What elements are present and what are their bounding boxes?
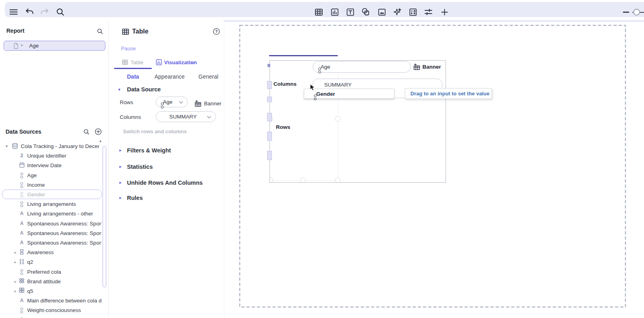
filter-controls-button[interactable] [424, 7, 433, 17]
add-data-source-button[interactable] [95, 128, 102, 135]
date-variable-icon [18, 162, 25, 168]
table-row-sliver [267, 97, 272, 102]
chevron-right-icon[interactable]: ▸ [14, 259, 16, 265]
tab-general[interactable]: General [198, 73, 218, 80]
tree-item-spontaneous-awareness-1[interactable]: A Spontaneous Awareness: Sponta [0, 219, 101, 228]
toolbar-search-button[interactable] [55, 7, 65, 17]
banner-icon [194, 100, 202, 107]
zoom-slider-handle[interactable] [633, 9, 640, 16]
tree-item-living-arrangements[interactable]: Living arrangements [0, 199, 101, 209]
rows-dropdown[interactable]: Age [156, 97, 188, 107]
columns-dropdown[interactable]: SUMMARY [156, 111, 216, 122]
section-data-source[interactable]: Data Source [127, 86, 161, 93]
table-row-sliver [267, 81, 272, 89]
columns-label: Columns [120, 114, 141, 120]
ai-assistant-button[interactable] [392, 7, 402, 17]
tree-item-preferred-cola[interactable]: Preferred cola [0, 267, 101, 277]
tree-item-awareness[interactable]: ▸ Awareness [0, 248, 101, 257]
tree-item-q2[interactable]: ▸ 2222 q2 [0, 257, 101, 267]
section-unhide-rows-columns[interactable]: Unhide Rows And Columns [127, 180, 203, 186]
pause-link[interactable]: Pause [121, 45, 136, 51]
resize-handle[interactable] [300, 178, 306, 183]
section-filters-weight[interactable]: Filters & Weight [127, 147, 171, 154]
undo-icon [25, 7, 34, 17]
insert-calculation-button[interactable] [408, 7, 418, 17]
insert-image-button[interactable] [377, 7, 386, 17]
data-sources-search-button[interactable] [83, 129, 89, 135]
add-button[interactable] [440, 7, 449, 17]
chevron-right-icon[interactable]: ▸ [119, 148, 122, 153]
mode-active-underline [114, 68, 152, 69]
dropzone-columns-label: Columns [273, 81, 297, 87]
report-item-age[interactable]: ▸ Age [4, 41, 105, 51]
tree-item-q5[interactable]: ▸ q5 [0, 286, 101, 296]
insert-shape-button[interactable] [361, 7, 371, 17]
tree-item-income[interactable]: Income [0, 180, 101, 190]
section-statistics[interactable]: Statistics [127, 164, 153, 170]
tree-item-weight-consciousness[interactable]: Weight-consciousness [0, 306, 101, 315]
tree-scrollbar[interactable] [103, 146, 106, 287]
insert-table-button[interactable] [314, 7, 323, 17]
banner-button[interactable] [194, 100, 202, 107]
tree-item-interview-date[interactable]: Interview Date [0, 161, 101, 170]
mode-table-toggle[interactable]: Table [131, 59, 143, 65]
undo-button[interactable] [25, 7, 34, 17]
insert-table-icon [314, 8, 323, 17]
dropzone-rows-input[interactable]: Age [313, 61, 411, 73]
report-panel-title: Report [6, 28, 24, 34]
chevron-right-icon[interactable]: ▸ [119, 195, 122, 200]
report-search-button[interactable] [97, 28, 103, 34]
tree-item-exercise-frequency[interactable]: Exercise frequency [0, 316, 101, 318]
tree-item-main-difference[interactable]: A Main difference between cola dr [0, 296, 101, 305]
drag-ghost-gender[interactable]: Gender [304, 89, 394, 99]
tree-item-brand-attitude[interactable]: ▸ Brand attitude [0, 277, 101, 286]
help-button[interactable]: ? [213, 28, 220, 35]
chevron-down-icon[interactable]: ▾ [6, 144, 8, 149]
svg-text:?: ? [215, 30, 218, 34]
mode-table-icon [122, 59, 128, 65]
drag-tooltip: Drag to an input to set the value [405, 88, 492, 99]
zoom-out-button[interactable] [623, 12, 629, 13]
cursor-icon [309, 84, 315, 91]
drag-ghost-label: Gender [316, 91, 335, 97]
chevron-right-icon[interactable]: ▸ [14, 250, 16, 255]
document-icon [13, 43, 19, 49]
section-rules[interactable]: Rules [127, 195, 143, 201]
chevron-right-icon[interactable]: ▸ [14, 279, 16, 284]
nominal-variable-icon [18, 182, 25, 188]
chevron-right-icon[interactable]: ▸ [119, 180, 122, 185]
tree-item-living-arrangements-other[interactable]: A Living arrangements - other [0, 209, 101, 218]
chevron-right-icon[interactable]: ▸ [119, 164, 122, 169]
resize-handle[interactable] [335, 178, 341, 183]
redo-button[interactable] [40, 7, 50, 17]
chevron-right-icon[interactable]: ▸ [21, 43, 23, 47]
tree-item-unique-identifier[interactable]: 2 Unique Identifier [0, 151, 101, 160]
table-row-sliver [268, 64, 270, 67]
search-icon [55, 7, 65, 17]
insert-text-button[interactable] [345, 7, 355, 17]
dropzone-banner-button[interactable]: Banner [422, 64, 441, 70]
switch-rows-columns-link[interactable]: Switch rows and columns [123, 128, 187, 134]
tab-appearance[interactable]: Appearance [155, 73, 185, 80]
tree-item-gender[interactable]: Gender [0, 190, 101, 199]
text-variable-icon: A [18, 297, 25, 304]
tree-item-spontaneous-awareness-3[interactable]: A Spontaneous Awareness: Sponta [0, 238, 101, 247]
table-widget[interactable]: Rows Age Banner Columns SUMMARY Gender [269, 60, 446, 183]
resize-handle[interactable] [269, 178, 273, 183]
text-variable-icon: A [18, 210, 25, 217]
tree-item-spontaneous-awareness-2[interactable]: A Spontaneous Awareness: Sponta [0, 229, 101, 238]
nominal-variable-icon [18, 191, 25, 198]
menu-button[interactable] [9, 7, 18, 17]
tree-item-cola-tracking[interactable]: ▾ Cola Tracking - January to Decemb [0, 142, 101, 151]
drag-tooltip-text: Drag to an input to set the value [410, 91, 489, 97]
tab-data[interactable]: Data [127, 73, 139, 80]
banner-button-label[interactable]: Banner [204, 101, 222, 107]
insert-chart-button[interactable] [330, 7, 339, 17]
object-title: Table [132, 28, 149, 35]
scroll-up-arrow-icon[interactable]: ▴ [99, 138, 101, 143]
tree-item-age[interactable]: Age [0, 171, 101, 180]
chevron-down-icon[interactable]: ▾ [118, 87, 121, 92]
dropzone-rows-value: Age [321, 64, 330, 70]
chevron-right-icon[interactable]: ▸ [14, 288, 16, 294]
resize-handle[interactable] [335, 116, 341, 122]
